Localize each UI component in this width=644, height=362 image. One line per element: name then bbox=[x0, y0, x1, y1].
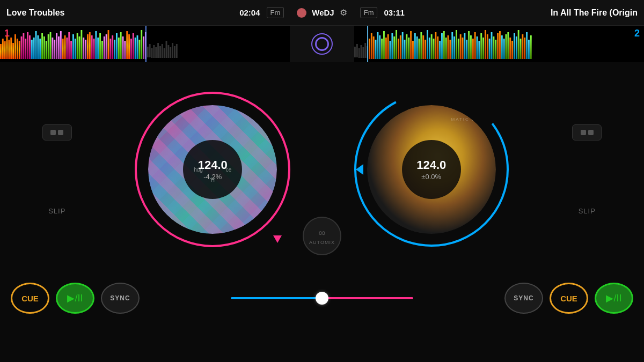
svg-rect-120 bbox=[422, 35, 424, 59]
svg-rect-139 bbox=[462, 38, 464, 59]
deck2-play-button[interactable]: ▶/II bbox=[595, 283, 633, 314]
deck1-disc[interactable]: hug 124.0 -4.2% ce H bbox=[148, 105, 277, 234]
wedj-label: WeDJ bbox=[312, 8, 334, 17]
svg-rect-25 bbox=[52, 38, 53, 59]
deck2-cue-button[interactable]: CUE bbox=[550, 283, 588, 314]
svg-rect-26 bbox=[54, 40, 55, 59]
svg-rect-54 bbox=[112, 35, 113, 59]
svg-rect-146 bbox=[477, 36, 478, 59]
deck2-pitch: ±0.0% bbox=[421, 173, 441, 181]
deck1-loop-button[interactable] bbox=[42, 124, 72, 141]
crossfader-track-left bbox=[231, 297, 322, 299]
svg-rect-97 bbox=[375, 40, 377, 59]
svg-rect-80 bbox=[166, 41, 167, 58]
svg-rect-118 bbox=[419, 39, 420, 59]
svg-rect-41 bbox=[85, 40, 86, 59]
svg-rect-49 bbox=[101, 41, 103, 59]
deck1-cue-button[interactable]: CUE bbox=[11, 283, 49, 314]
svg-rect-48 bbox=[99, 33, 101, 59]
svg-rect-65 bbox=[135, 38, 136, 59]
svg-rect-171 bbox=[528, 40, 530, 59]
automix-button[interactable]: ∞ AUTOMIX bbox=[303, 217, 341, 255]
svg-rect-130 bbox=[443, 31, 445, 59]
deck2-turntable[interactable]: MATIC EP 124.0 ±0.0% bbox=[354, 92, 509, 247]
crossfader-thumb[interactable] bbox=[316, 292, 328, 305]
svg-rect-89 bbox=[358, 48, 360, 58]
gear-icon[interactable]: ⚙ bbox=[340, 8, 347, 18]
svg-rect-158 bbox=[501, 35, 503, 59]
svg-rect-59 bbox=[122, 36, 124, 59]
svg-rect-87 bbox=[354, 47, 356, 57]
deck2-slip-label[interactable]: SLIP bbox=[579, 207, 596, 215]
waveform-left[interactable]: 1 bbox=[0, 26, 290, 62]
deck1-key: Fm bbox=[267, 7, 284, 18]
svg-rect-127 bbox=[437, 36, 438, 59]
svg-rect-13 bbox=[27, 32, 28, 59]
svg-rect-10 bbox=[21, 36, 23, 59]
svg-rect-113 bbox=[408, 38, 409, 59]
svg-rect-122 bbox=[427, 30, 428, 59]
svg-rect-104 bbox=[390, 41, 391, 59]
deck1-play-button[interactable]: ▶/II bbox=[56, 283, 94, 314]
svg-rect-105 bbox=[391, 33, 393, 59]
svg-rect-138 bbox=[460, 34, 462, 59]
deck2-sync-button[interactable]: SYNC bbox=[504, 283, 543, 314]
svg-rect-29 bbox=[60, 31, 62, 59]
deck1-slip-label[interactable]: SLIP bbox=[48, 207, 65, 215]
svg-rect-114 bbox=[410, 31, 412, 59]
waveform-right[interactable]: 2 bbox=[354, 26, 644, 62]
svg-rect-99 bbox=[379, 35, 380, 59]
svg-rect-66 bbox=[137, 35, 138, 59]
deck2-key: Fm bbox=[360, 7, 378, 18]
svg-rect-153 bbox=[491, 32, 493, 59]
svg-rect-45 bbox=[93, 39, 95, 59]
svg-rect-20 bbox=[41, 33, 43, 59]
svg-rect-133 bbox=[449, 40, 451, 59]
svg-rect-102 bbox=[385, 38, 387, 59]
svg-rect-163 bbox=[511, 41, 513, 59]
svg-rect-72 bbox=[149, 44, 151, 57]
loop-square-4 bbox=[588, 130, 594, 135]
svg-rect-28 bbox=[58, 36, 60, 59]
svg-rect-168 bbox=[522, 34, 523, 59]
svg-rect-128 bbox=[439, 41, 441, 59]
svg-rect-16 bbox=[33, 38, 35, 59]
svg-rect-12 bbox=[25, 39, 26, 59]
top-bar: Love Troubles 02:04 Fm WeDJ ⚙ Fm 03:11 I… bbox=[0, 0, 644, 26]
deck2-loop-button[interactable] bbox=[572, 124, 602, 141]
svg-rect-92 bbox=[364, 43, 366, 58]
svg-rect-31 bbox=[64, 35, 66, 59]
svg-rect-52 bbox=[108, 30, 109, 59]
svg-rect-131 bbox=[445, 38, 447, 59]
deck2-disc[interactable]: MATIC EP 124.0 ±0.0% bbox=[367, 105, 496, 234]
svg-rect-116 bbox=[414, 33, 416, 59]
waveform-left-svg bbox=[0, 26, 290, 62]
crossfader[interactable] bbox=[231, 293, 413, 304]
svg-rect-6 bbox=[12, 43, 14, 59]
svg-rect-24 bbox=[50, 32, 52, 59]
svg-rect-84 bbox=[174, 46, 175, 58]
svg-rect-46 bbox=[95, 31, 97, 59]
deck1-sync-button[interactable]: SYNC bbox=[101, 283, 140, 314]
center-controls: WeDJ ⚙ bbox=[297, 8, 347, 18]
svg-rect-38 bbox=[79, 36, 80, 59]
svg-rect-39 bbox=[80, 30, 82, 59]
svg-rect-35 bbox=[72, 34, 74, 59]
svg-rect-2 bbox=[4, 41, 6, 59]
record-button[interactable] bbox=[297, 8, 306, 18]
svg-rect-96 bbox=[373, 36, 375, 59]
svg-rect-137 bbox=[458, 39, 459, 59]
deck2-title: In All The Fire (Origin bbox=[409, 8, 638, 18]
svg-rect-126 bbox=[435, 32, 436, 59]
automix-label: AUTOMIX bbox=[309, 240, 335, 245]
svg-rect-145 bbox=[474, 32, 476, 59]
svg-rect-7 bbox=[14, 34, 16, 59]
svg-rect-161 bbox=[507, 32, 509, 59]
svg-rect-23 bbox=[48, 34, 49, 59]
svg-rect-132 bbox=[448, 35, 449, 59]
svg-rect-149 bbox=[482, 38, 484, 59]
waveform-area: 1 bbox=[0, 26, 644, 62]
svg-rect-47 bbox=[97, 38, 99, 59]
deck1-turntable[interactable]: hug 124.0 -4.2% ce H bbox=[135, 92, 290, 247]
svg-rect-94 bbox=[369, 39, 370, 59]
